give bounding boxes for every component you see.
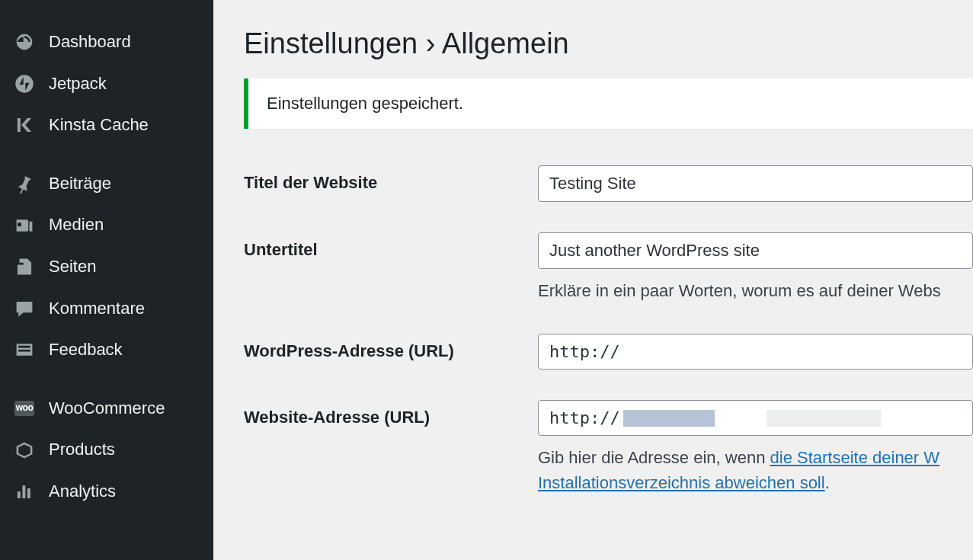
sidebar-separator <box>0 371 213 388</box>
label-site-title: Titel der Website <box>244 165 538 193</box>
sidebar-item-label: Kommentare <box>49 298 145 320</box>
sidebar-item-kinsta[interactable]: Kinsta Cache <box>0 104 213 146</box>
notice-text: Einstellungen gespeichert. <box>267 94 463 113</box>
sidebar-item-label: Seiten <box>49 256 96 278</box>
sidebar-item-label: Kinsta Cache <box>49 114 149 136</box>
admin-sidebar: Dashboard Jetpack Kinsta Cache Beiträge … <box>0 0 213 560</box>
svg-point-0 <box>15 75 33 92</box>
products-icon <box>14 440 35 461</box>
comment-icon <box>14 298 35 319</box>
feedback-icon <box>14 339 35 360</box>
sidebar-item-label: Products <box>49 439 115 461</box>
sidebar-item-pages[interactable]: Seiten <box>0 246 213 288</box>
label-tagline: Untertitel <box>244 232 538 260</box>
page-title: Einstellungen › Allgemein <box>244 27 973 60</box>
sidebar-item-feedback[interactable]: Feedback <box>0 329 213 371</box>
input-site-url[interactable]: http:// <box>538 400 973 436</box>
sidebar-separator <box>0 146 213 163</box>
sidebar-item-woocommerce[interactable]: woo WooCommerce <box>0 388 213 430</box>
site-url-help-link[interactable]: die Startseite deiner W <box>770 448 940 467</box>
sidebar-item-dashboard[interactable]: Dashboard <box>0 21 213 63</box>
sidebar-item-analytics[interactable]: Analytics <box>0 471 213 513</box>
sidebar-item-comments[interactable]: Kommentare <box>0 288 213 330</box>
row-tagline: Untertitel Erkläre in ein paar Worten, w… <box>244 232 973 303</box>
kinsta-icon <box>14 114 35 136</box>
jetpack-icon <box>14 73 35 94</box>
sidebar-item-label: WooCommerce <box>49 398 165 420</box>
label-site-url: Website-Adresse (URL) <box>244 400 538 427</box>
input-site-title[interactable] <box>538 165 973 202</box>
sidebar-item-media[interactable]: Medien <box>0 204 213 246</box>
input-wp-url[interactable] <box>538 334 973 370</box>
sidebar-item-products[interactable]: Products <box>0 429 213 471</box>
dashboard-icon <box>14 31 35 53</box>
analytics-icon <box>14 481 35 502</box>
sidebar-item-jetpack[interactable]: Jetpack <box>0 63 213 105</box>
row-wp-url: WordPress-Adresse (URL) <box>244 334 973 370</box>
site-url-help-link-2[interactable]: Installationsverzeichnis abweichen soll <box>538 473 825 492</box>
redacted-segment <box>623 410 715 427</box>
sidebar-item-label: Analytics <box>49 481 116 503</box>
row-site-title: Titel der Website <box>244 165 973 202</box>
site-url-description: Gib hier die Adresse ein, wenn die Start… <box>538 445 973 495</box>
sidebar-item-label: Beiträge <box>49 173 111 195</box>
sidebar-item-label: Jetpack <box>49 73 107 95</box>
main-content: Einstellungen › Allgemein Einstellungen … <box>213 0 973 560</box>
sidebar-item-label: Medien <box>49 214 104 236</box>
label-wp-url: WordPress-Adresse (URL) <box>244 334 538 361</box>
pages-icon <box>14 256 35 277</box>
woocommerce-icon: woo <box>14 398 35 419</box>
settings-saved-notice: Einstellungen gespeichert. <box>244 78 973 129</box>
pin-icon <box>14 173 35 194</box>
sidebar-item-label: Feedback <box>49 339 123 361</box>
sidebar-item-label: Dashboard <box>49 31 131 53</box>
row-site-url: Website-Adresse (URL) http:// Gib hier d… <box>244 400 973 495</box>
media-icon <box>14 215 35 236</box>
redacted-segment <box>767 410 881 427</box>
tagline-description: Erkläre in ein paar Worten, worum es auf… <box>538 278 973 303</box>
sidebar-item-posts[interactable]: Beiträge <box>0 163 213 205</box>
input-tagline[interactable] <box>538 232 973 269</box>
